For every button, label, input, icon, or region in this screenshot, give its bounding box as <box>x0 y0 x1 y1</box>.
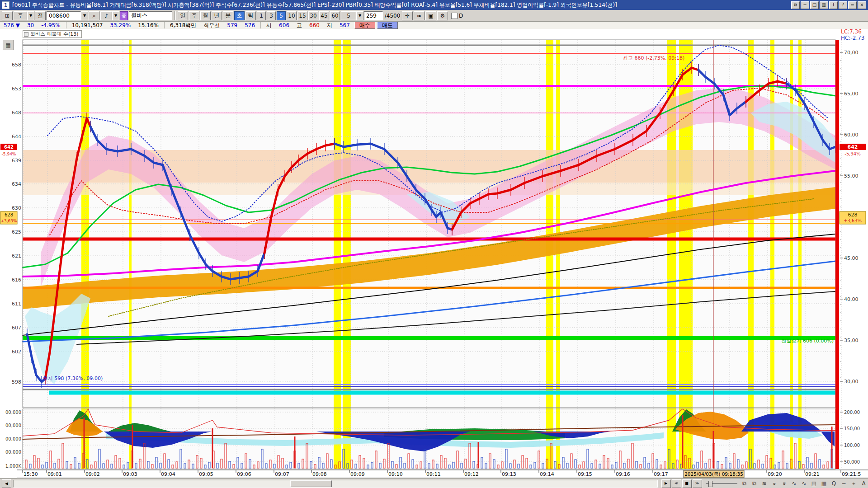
all-button[interactable]: 전 <box>35 11 46 20</box>
bottom-tool-icon-3[interactable]: ⌅ <box>770 480 778 488</box>
crosshair-icon[interactable]: ✛ <box>402 11 413 20</box>
playback-icon-1[interactable]: ≪ <box>672 479 681 488</box>
buy-button[interactable]: 매수 <box>354 22 375 29</box>
interval-60[interactable]: 60 <box>330 11 340 20</box>
left-axis-label: 644 <box>12 134 21 140</box>
period-minute[interactable]: 분 <box>223 11 233 20</box>
unit-combo-arrow-icon[interactable]: ▼ <box>27 11 34 20</box>
playback-icon-0[interactable]: ▶ <box>661 479 671 488</box>
period-day[interactable]: 일 <box>178 11 188 20</box>
interval-45[interactable]: 45 <box>319 11 329 20</box>
time-label: 09:21 <box>805 471 820 477</box>
bottom-tool-icon-11[interactable]: ＋ <box>849 480 858 488</box>
scrollbar-track[interactable] <box>13 480 658 488</box>
left-axis-label: 658 <box>12 62 21 68</box>
trendline-icon[interactable]: ≈ <box>414 11 425 20</box>
interval-3[interactable]: 3 <box>267 11 276 20</box>
bottom-tool-icon-6[interactable]: ∿ <box>800 480 808 488</box>
time-label: 09:21:5 <box>842 471 861 477</box>
bottom-tool-icon-7[interactable]: ▤ <box>810 480 818 488</box>
scroll-left-arrow-icon[interactable]: ◀ <box>2 479 11 488</box>
bottom-tool-icon-2[interactable]: ≋ <box>760 480 769 488</box>
left-axis-label: 598 <box>12 379 21 385</box>
sell-button[interactable]: 매도 <box>377 22 398 29</box>
playback-icon-3[interactable]: ≫ <box>693 479 702 488</box>
time-label: 09:06 <box>237 471 251 477</box>
bottom-tool-icon-10[interactable]: − <box>840 480 848 488</box>
sound-icon[interactable]: ♪ <box>100 11 112 20</box>
left-axis-label: 625 <box>12 229 21 235</box>
window-control-1[interactable]: ─ <box>801 1 809 9</box>
period-year[interactable]: 년 <box>212 11 222 20</box>
stock-code-input-arrow-icon[interactable]: ▼ <box>81 11 88 20</box>
stock-code-input[interactable]: 008600 <box>47 11 81 20</box>
playback-controls: ▶≪■≫ <box>661 479 702 488</box>
right-axis-label: 70,00 <box>844 50 859 56</box>
period-week[interactable]: 주 <box>189 11 199 20</box>
window-control-3[interactable]: ▥ <box>820 1 828 9</box>
window-title: [0601] 주식종합차트 - 유통비율[86.1] 거래대금[6,318(백만… <box>12 1 791 9</box>
playback-icon-2[interactable]: ■ <box>682 479 692 488</box>
window-control-7[interactable]: × <box>858 1 866 9</box>
settings-icon[interactable]: ⚙ <box>437 11 448 20</box>
window-control-0[interactable]: ⧉ <box>791 1 800 9</box>
bottom-tool-icon-1[interactable]: ⧉ <box>750 480 759 488</box>
unit-combo[interactable]: 주 <box>14 11 27 20</box>
bottom-tool-icon-12[interactable]: A <box>859 480 868 488</box>
bar-count-input[interactable]: 259 <box>364 11 383 20</box>
open-price: 606 <box>275 22 293 28</box>
window-control-5[interactable]: ? <box>839 1 847 9</box>
interval-15[interactable]: 15 <box>297 11 307 20</box>
interval-1[interactable]: 1 <box>257 11 266 20</box>
multiplier-combo[interactable]: 5 <box>341 11 356 20</box>
toolbar-separator <box>174 11 176 20</box>
speed-slider[interactable] <box>706 480 736 488</box>
current-price: 576 ▼ <box>0 22 24 28</box>
interval-5[interactable]: 5 <box>277 11 286 20</box>
time-label: 09:11 <box>426 471 441 477</box>
window-control-6[interactable]: ━ <box>848 1 857 9</box>
period-month[interactable]: 월 <box>200 11 211 20</box>
lower-left-axis-label: 00,000 <box>5 450 21 455</box>
bottom-tool-icon-0[interactable]: ⧉ <box>740 480 749 488</box>
period-tick[interactable]: 틱 <box>245 11 256 20</box>
lower-right-axis-label: 100,00 <box>844 443 860 448</box>
stock-type-badge[interactable]: 종 <box>120 11 128 20</box>
search-icon[interactable]: ⌕ <box>89 11 99 20</box>
chart-pane-header[interactable]: 윌비스 매물대 수(13) <box>23 30 82 38</box>
interval-30[interactable]: 30 <box>308 11 318 20</box>
bottom-tool-icon-5[interactable]: ∿ <box>790 480 798 488</box>
open-label: 시 <box>263 22 275 29</box>
date-marker-label: 2025/04/03(목) 09:18:35 <box>684 471 743 477</box>
chart-canvas[interactable]: 6586536486446396346306256216166116076025… <box>0 29 868 478</box>
save-icon[interactable]: ▣ <box>425 11 436 20</box>
high-price: 660 <box>306 22 323 28</box>
prev-close-annotation: 전일종가 606 (0.00%) <box>781 338 834 344</box>
scrollbar-thumb[interactable] <box>290 480 332 487</box>
multiplier-combo-arrow-icon[interactable]: ▼ <box>356 11 363 20</box>
current-price-badge-value: 642 <box>848 144 858 150</box>
window-control-4[interactable]: T <box>829 1 838 9</box>
window-control-2[interactable]: □ <box>810 1 819 9</box>
grid-toggle-icon[interactable]: ▦ <box>2 40 14 50</box>
lower-left-axis-label: 1,000K <box>5 464 22 469</box>
trade-amount: 6,318백만 <box>166 22 200 29</box>
time-label: 09:03 <box>123 471 137 477</box>
d-checkbox[interactable] <box>451 13 458 19</box>
interval-10[interactable]: 10 <box>287 11 297 20</box>
period-second[interactable]: 초 <box>234 11 245 20</box>
change-percent: -4.95% <box>38 22 64 28</box>
right-axis-label: 35,00 <box>844 338 859 343</box>
bottom-tool-icon-9[interactable]: Q <box>830 480 838 488</box>
sound-icon-arrow-icon[interactable]: ▼ <box>112 11 119 20</box>
stock-name-field[interactable]: 윌비스 <box>129 11 172 20</box>
time-label: 09:16 <box>616 471 630 477</box>
time-label: 09:15 <box>578 471 592 477</box>
left-axis-label: 630 <box>12 205 21 211</box>
left-axis-label: 611 <box>12 301 21 307</box>
bottom-tool-icon-8[interactable]: ▦ <box>820 480 828 488</box>
quote-separator <box>66 22 66 28</box>
bottom-tool-icon-4[interactable]: ⌆ <box>780 480 788 488</box>
slider-knob[interactable] <box>708 481 712 487</box>
window-layout-icon[interactable]: ⊞ <box>2 11 13 20</box>
